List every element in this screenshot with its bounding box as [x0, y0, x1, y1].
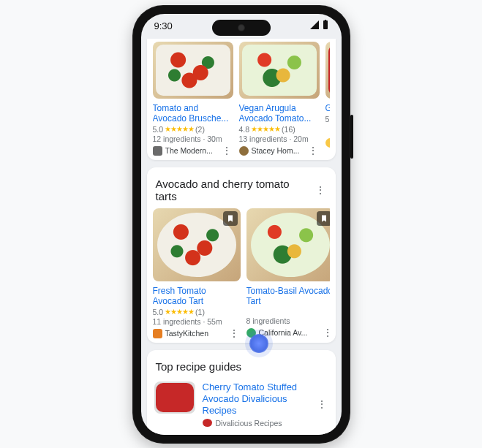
- guide-thumb: [154, 381, 195, 414]
- phone-screen: 9:30 Tomato and Avocado Brusche... 5.0★★…: [141, 14, 342, 435]
- recipe-image: [239, 42, 320, 99]
- recipe-carousel-1: Tomato and Avocado Brusche... 5.0★★★★★(2…: [147, 39, 336, 160]
- recipe-carousel-2: Avocado and cherry tomato tarts ⋮ Fresh …: [147, 167, 336, 343]
- guide-source: Divalicious Recipes: [203, 419, 308, 428]
- source-favicon: [153, 329, 162, 338]
- recipe-card[interactable]: Tomato and Avocado Brusche... 5.0★★★★★(2…: [153, 42, 233, 156]
- svg-rect-0: [323, 20, 328, 29]
- recipe-title: Tomato and Avocado Brusche...: [153, 103, 233, 124]
- guide-item[interactable]: Tomato & Avocado Salad | Recipes: [153, 433, 330, 435]
- recipe-image: [153, 208, 241, 281]
- section-title: Avocado and cherry tomato tarts: [156, 178, 314, 202]
- source-favicon: [153, 146, 162, 156]
- recipe-rating: 5.0★★★★★(2): [153, 125, 233, 134]
- recipe-meta: 12 ingredients · 30m: [153, 134, 233, 143]
- signal-icon: [309, 20, 320, 31]
- recipe-title: Vegan Arugula Avocado Tomato...: [239, 103, 320, 124]
- recipe-guides: Top recipe guides Cherry Tomato Stuffed …: [147, 350, 336, 435]
- recipe-rating: 4.8★★★★★(16): [239, 125, 320, 134]
- recipe-meta: 13 ingredients · 20m: [239, 134, 320, 143]
- recipe-rating: 5.0: [325, 115, 330, 124]
- recipe-meta: 11 ingredients · 55m: [153, 317, 241, 326]
- more-icon[interactable]: ⋮: [306, 147, 320, 154]
- svg-rect-1: [325, 20, 326, 21]
- recipe-meta: 8 ingredients: [246, 316, 330, 325]
- section-more-icon[interactable]: ⋮: [314, 186, 327, 194]
- more-icon[interactable]: ⋮: [315, 400, 328, 408]
- status-time: 9:30: [154, 20, 173, 31]
- source-name: The Modern...: [165, 146, 217, 155]
- recipe-image: [325, 42, 330, 99]
- more-icon[interactable]: ⋮: [321, 329, 330, 336]
- guide-title: Cherry Tomato Stuffed Avocado Divaliciou…: [203, 381, 308, 417]
- scroll-content[interactable]: Tomato and Avocado Brusche... 5.0★★★★★(2…: [141, 39, 342, 435]
- source-favicon: [246, 328, 256, 338]
- bookmark-icon[interactable]: [223, 211, 238, 226]
- phone-notch: [212, 20, 271, 36]
- recipe-image: [246, 208, 330, 281]
- recipe-card[interactable]: Tomato-Basil Avocado Tart 8 ingredients …: [246, 208, 330, 338]
- recipe-card[interactable]: Fresh Tomato Avocado Tart 5.0★★★★★(1) 11…: [153, 208, 241, 338]
- recipe-rating: 5.0★★★★★(1): [153, 308, 241, 316]
- more-icon[interactable]: ⋮: [220, 147, 233, 154]
- battery-icon: [323, 20, 328, 32]
- phone-frame: 9:30 Tomato and Avocado Brusche... 5.0★★…: [132, 5, 350, 444]
- recipe-title: Gua: [325, 103, 330, 113]
- recipe-card[interactable]: Vegan Arugula Avocado Tomato... 4.8★★★★★…: [239, 42, 320, 156]
- bookmark-icon[interactable]: [317, 211, 330, 226]
- recipe-title: Tomato-Basil Avocado Tart: [246, 286, 330, 306]
- source-name: TastyKitchen: [165, 329, 225, 338]
- recipe-image: [153, 42, 233, 99]
- source-name: California Av...: [259, 328, 318, 337]
- recipe-card-partial[interactable]: Gua 5.0: [325, 42, 330, 156]
- guide-item[interactable]: Cherry Tomato Stuffed Avocado Divaliciou…: [153, 379, 330, 433]
- source-favicon: [239, 146, 249, 156]
- recipe-title: Fresh Tomato Avocado Tart: [153, 286, 241, 306]
- source-favicon: [325, 138, 330, 148]
- more-icon[interactable]: ⋮: [227, 330, 241, 337]
- section-title: Top recipe guides: [156, 360, 242, 373]
- source-name: Stacey Hom...: [252, 146, 304, 155]
